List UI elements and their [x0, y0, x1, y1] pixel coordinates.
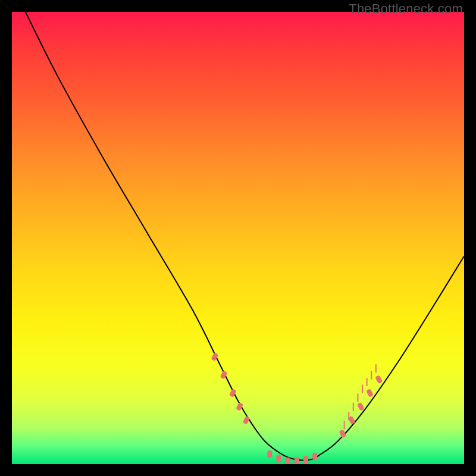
plot-gradient-area — [12, 12, 464, 464]
watermark-text: TheBottleneck.com — [349, 1, 463, 17]
